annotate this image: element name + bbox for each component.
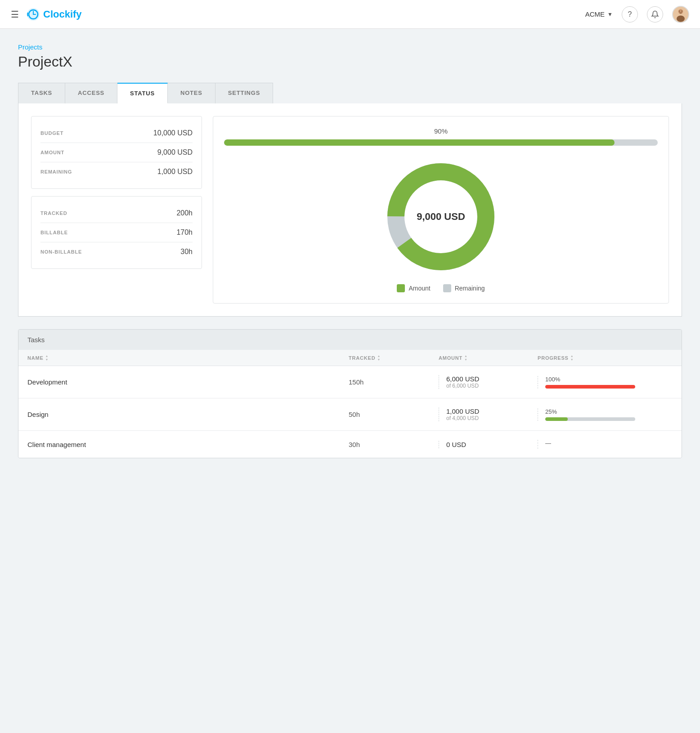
col-header-progress: PROGRESS: [538, 354, 673, 361]
task-progress-bar: [545, 385, 635, 389]
chevron-down-icon: ▼: [607, 11, 613, 18]
budget-card: BUDGET 10,000 USD AMOUNT 9,000 USD REMAI…: [31, 116, 202, 189]
legend-remaining-color: [443, 284, 451, 292]
table-row: Development 150h 6,000 USD of 6,000 USD …: [18, 366, 682, 398]
non-billable-row: NON-BILLABLE 30h: [40, 242, 193, 261]
legend-remaining: Remaining: [443, 284, 485, 292]
amount-row: AMOUNT 9,000 USD: [40, 143, 193, 162]
breadcrumb[interactable]: Projects: [18, 43, 682, 51]
task-tracked: 150h: [349, 378, 439, 386]
tasks-section-header: Tasks: [18, 330, 682, 350]
hamburger-icon[interactable]: ☰: [11, 9, 19, 20]
header: ☰ Clockify ACME ▼ ?: [0, 0, 700, 29]
task-progress-fill: [545, 385, 635, 389]
col-header-amount: AMOUNT: [439, 354, 538, 361]
tabs: TASKS ACCESS STATUS NOTES SETTINGS: [18, 83, 682, 103]
table-row: Design 50h 1,000 USD of 4,000 USD 25%: [18, 398, 682, 431]
task-name: Design: [27, 411, 349, 418]
col-header-name: NAME: [27, 354, 349, 361]
help-icon[interactable]: ?: [622, 6, 638, 22]
tab-tasks[interactable]: TASKS: [18, 83, 65, 103]
task-name: Development: [27, 378, 349, 386]
svg-point-6: [677, 15, 685, 22]
remaining-row: REMAINING 1,000 USD: [40, 162, 193, 181]
task-amount-main: 6,000 USD: [446, 375, 538, 383]
status-left: BUDGET 10,000 USD AMOUNT 9,000 USD REMAI…: [31, 116, 202, 304]
tab-access[interactable]: ACCESS: [65, 83, 117, 103]
table-row: Client management 30h 0 USD —: [18, 431, 682, 458]
tab-notes[interactable]: NOTES: [168, 83, 215, 103]
chart-legend: Amount Remaining: [397, 284, 485, 292]
legend-amount-color: [397, 284, 405, 292]
clockify-logo-icon: [26, 7, 40, 22]
budget-label: BUDGET: [40, 130, 63, 136]
page-title: ProjectX: [18, 54, 682, 70]
task-progress-fill: [545, 417, 568, 421]
task-progress-label: 25%: [545, 408, 673, 415]
sort-name-icon[interactable]: [45, 354, 49, 361]
workspace-selector[interactable]: ACME ▼: [585, 10, 613, 18]
tab-status[interactable]: STATUS: [117, 83, 168, 103]
donut-chart: 9,000 USD: [382, 158, 499, 275]
tracked-row: TRACKED 200h: [40, 204, 193, 223]
billable-label: BILLABLE: [40, 230, 68, 235]
time-card: TRACKED 200h BILLABLE 170h NON-BILLABLE …: [31, 196, 202, 269]
main-panel: BUDGET 10,000 USD AMOUNT 9,000 USD REMAI…: [18, 103, 682, 317]
task-amount: 1,000 USD of 4,000 USD: [439, 407, 538, 421]
task-amount: 0 USD: [439, 441, 538, 448]
col-header-tracked: TRACKED: [349, 354, 439, 361]
tracked-label: TRACKED: [40, 210, 67, 216]
table-header: NAME TRACKED AMOUNT PROGRESS: [18, 350, 682, 366]
tracked-value: 200h: [176, 209, 193, 217]
task-progress: 25%: [538, 408, 673, 421]
billable-row: BILLABLE 170h: [40, 223, 193, 242]
task-tracked: 30h: [349, 441, 439, 448]
status-section: BUDGET 10,000 USD AMOUNT 9,000 USD REMAI…: [31, 116, 669, 304]
task-amount-main: 1,000 USD: [446, 407, 538, 415]
content: Projects ProjectX TASKS ACCESS STATUS NO…: [0, 29, 700, 473]
workspace-name: ACME: [585, 10, 605, 18]
svg-point-8: [682, 10, 682, 11]
header-right: ACME ▼ ?: [585, 6, 689, 23]
remaining-label: REMAINING: [40, 169, 72, 174]
task-name: Client management: [27, 441, 349, 448]
task-tracked: 50h: [349, 411, 439, 418]
task-progress-bar: [545, 417, 635, 421]
status-right: 90% 9,000 USD: [213, 116, 669, 304]
progress-bar: [224, 139, 658, 146]
sort-amount-icon[interactable]: [464, 354, 468, 361]
logo-text: Clockify: [43, 9, 82, 20]
task-progress: —: [538, 440, 673, 449]
tasks-section: Tasks NAME TRACKED AMOUNT PROGRESS Devel…: [18, 329, 682, 458]
task-amount: 6,000 USD of 6,000 USD: [439, 375, 538, 389]
legend-amount-label: Amount: [408, 285, 430, 292]
non-billable-label: NON-BILLABLE: [40, 249, 82, 255]
percent-label: 90%: [434, 127, 448, 135]
tab-settings[interactable]: SETTINGS: [215, 83, 273, 103]
task-amount-sub: of 4,000 USD: [446, 415, 538, 421]
remaining-value: 1,000 USD: [157, 168, 193, 176]
donut-center-value: 9,000 USD: [417, 211, 465, 223]
logo: Clockify: [26, 7, 82, 22]
svg-point-7: [679, 10, 680, 11]
legend-remaining-label: Remaining: [455, 285, 485, 292]
task-progress: 100%: [538, 376, 673, 389]
notification-icon[interactable]: [647, 6, 663, 22]
billable-value: 170h: [176, 228, 193, 237]
task-progress-label: —: [545, 440, 673, 447]
legend-amount: Amount: [397, 284, 430, 292]
amount-value: 9,000 USD: [157, 148, 193, 156]
task-amount-main: 0 USD: [446, 441, 538, 448]
budget-row: BUDGET 10,000 USD: [40, 124, 193, 143]
amount-label: AMOUNT: [40, 150, 64, 155]
sort-tracked-icon[interactable]: [377, 354, 381, 361]
task-amount-sub: of 6,000 USD: [446, 383, 538, 389]
progress-bar-fill: [224, 139, 615, 146]
sort-progress-icon[interactable]: [570, 354, 574, 361]
avatar[interactable]: [672, 6, 689, 23]
budget-value: 10,000 USD: [153, 129, 193, 137]
non-billable-value: 30h: [180, 248, 193, 256]
task-progress-label: 100%: [545, 376, 673, 383]
